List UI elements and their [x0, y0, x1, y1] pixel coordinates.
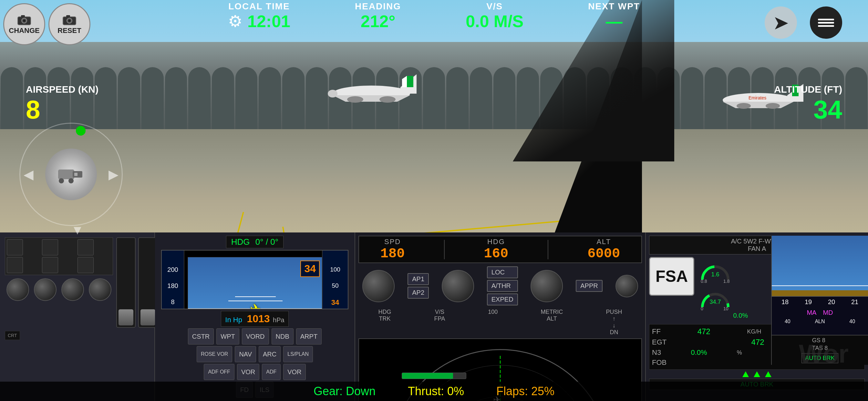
nav-mode-buttons: ROSE VOR NAV ARC LS/PLAN: [197, 346, 313, 362]
joystick-down-arrow[interactable]: ▼: [71, 223, 84, 237]
battery-bar: [402, 373, 466, 379]
joystick-right-arrow[interactable]: ▶: [105, 164, 122, 185]
fcu-extra-row: HDGTRK V/SFPA 100 METRICALT PUSH↑↓DN: [359, 309, 642, 336]
adf-off-btn-1[interactable]: ADF OFF: [204, 364, 234, 380]
airplane-center: [307, 55, 436, 120]
svg-point-13: [766, 103, 780, 109]
n3-label: N3: [652, 348, 661, 357]
change-label: CHANGE: [9, 27, 39, 35]
qnh-area: In Hp 1013 hPa: [221, 311, 288, 327]
alt-knob[interactable]: [531, 270, 563, 302]
control-btn-1[interactable]: [7, 239, 23, 255]
appr-btn[interactable]: APPR: [576, 280, 602, 292]
left-panel-controls: [5, 237, 113, 275]
altitude-box: 34: [300, 260, 320, 277]
pfd-panel: HDG 0° / 0° 200 180 8 8 140: [155, 233, 355, 401]
ap2-btn[interactable]: AP2: [407, 287, 429, 299]
throttle-lever-2[interactable]: [138, 237, 158, 328]
a-thr-btn[interactable]: A/THR: [487, 280, 518, 292]
svg-point-20: [23, 19, 26, 22]
ff-unit: KG/H: [747, 328, 761, 335]
fcu-spd-label: SPD: [380, 238, 405, 246]
hdg-label: HDG 0° / 0°: [226, 236, 283, 248]
vor-off-btn[interactable]: VOR: [283, 364, 306, 380]
change-camera-button[interactable]: CHANGE: [3, 3, 45, 45]
fcu-100-label: 100: [488, 309, 498, 336]
nav-btn[interactable]: NAV: [235, 346, 256, 362]
svg-text:0.8: 0.8: [701, 279, 707, 283]
svg-rect-25: [66, 15, 70, 18]
control-btn-5[interactable]: [42, 257, 58, 273]
svg-text:34.7: 34.7: [709, 299, 721, 305]
control-btn-3[interactable]: [78, 239, 94, 255]
hdg-knob[interactable]: [442, 270, 474, 302]
vor-btn[interactable]: VOR: [237, 364, 259, 380]
efis-cstr[interactable]: CSTR: [188, 328, 214, 344]
right-panel: A/C 5W2 F-WWIY FAN A FSA 1.6: [646, 233, 868, 401]
bottom-controls: CRT: [5, 331, 150, 340]
control-btn-4[interactable]: [7, 257, 23, 273]
pfd-instrument: 200 180 8 8 140 ✈: [161, 250, 348, 309]
n1-pct-1: 0.0%: [733, 312, 748, 319]
knob-4[interactable]: [89, 278, 112, 301]
green-dot: [76, 126, 86, 135]
fcu-spd: SPD 180: [380, 238, 405, 261]
knob-3[interactable]: [61, 278, 84, 301]
fcu-spd-value: 180: [380, 246, 405, 261]
ls-plan-btn[interactable]: LS/PLAN: [283, 346, 313, 362]
reset-label: RESET: [58, 27, 81, 35]
fcu-knobs: AP1 AP2 LOC A/THR EXPED APPR: [359, 266, 642, 305]
fcu-push-label: PUSH↑↓DN: [606, 309, 622, 336]
efis-ndb[interactable]: NDB: [272, 328, 293, 344]
joystick-area: ◀ ▶: [20, 123, 123, 226]
egt-label: EGT: [652, 338, 666, 346]
svg-marker-1: [333, 95, 410, 102]
crt-display: CRT: [5, 331, 20, 340]
svg-text:1.8: 1.8: [723, 279, 730, 283]
efis-arpt[interactable]: ARPT: [296, 328, 321, 344]
adf-off-btn-2[interactable]: ADF: [262, 364, 281, 380]
adf-vor-buttons: ADF OFF VOR ADF VOR: [204, 364, 306, 380]
ap1-btn[interactable]: AP1: [407, 273, 429, 285]
svg-marker-9: [723, 102, 794, 108]
svg-text:1.6: 1.6: [711, 271, 719, 278]
bottom-status-bar: Gear: Down Thrust: 0% Flaps: 25%: [0, 382, 868, 401]
hdg-value: 0° / 0°: [255, 237, 278, 247]
knob-2[interactable]: [34, 278, 57, 301]
reset-camera-button[interactable]: RESET: [49, 3, 90, 45]
svg-text:Emirates: Emirates: [748, 95, 766, 100]
efis-vord[interactable]: VORD: [242, 328, 269, 344]
throttle-lever-1[interactable]: [116, 237, 135, 328]
joystick-left-arrow[interactable]: ◀: [20, 164, 37, 185]
exped-btn[interactable]: EXPED: [487, 294, 518, 305]
svg-point-24: [68, 19, 71, 22]
spd-knob[interactable]: [362, 270, 395, 302]
rose-vor-btn[interactable]: ROSE VOR: [197, 346, 232, 362]
control-btn-6[interactable]: [78, 257, 94, 273]
ff-val: 472: [698, 327, 710, 336]
knob-1[interactable]: [6, 278, 29, 301]
n1-gauge-1: 34.7 0 10: [699, 284, 732, 310]
camera-icon: [16, 13, 32, 27]
svg-point-7: [328, 90, 337, 97]
fcu-divider-2: [548, 240, 548, 259]
efis-wpt[interactable]: WPT: [216, 328, 239, 344]
attitude-indicator: ✈ 34 GS 8 TAS 8: [188, 257, 323, 309]
egt-val-1: 472: [751, 338, 764, 347]
svg-rect-21: [21, 15, 25, 18]
speed-tape: 200 180 8 8 140: [162, 251, 184, 309]
fsa-button[interactable]: FSA: [649, 257, 694, 296]
sim-viewport: Emirates: [0, 0, 868, 245]
arc-btn[interactable]: ARC: [259, 346, 281, 362]
thrust-status: Thrust: 0%: [408, 384, 464, 398]
fob-label: FOB: [652, 359, 666, 367]
n3-pct: 0.0%: [691, 348, 707, 357]
left-panel: CRT: [0, 233, 155, 401]
loc-btn[interactable]: LOC: [487, 266, 518, 278]
control-btn-2[interactable]: [42, 239, 58, 255]
n3-unit: %: [737, 349, 742, 356]
fcu-display: SPD 180 HDG 160 ALT 6000: [359, 236, 642, 263]
gear-ind-2: [754, 371, 760, 377]
right-pfd-att: 18192021 MAMD 40ALN40: [772, 236, 868, 335]
vs-knob[interactable]: [616, 275, 638, 297]
